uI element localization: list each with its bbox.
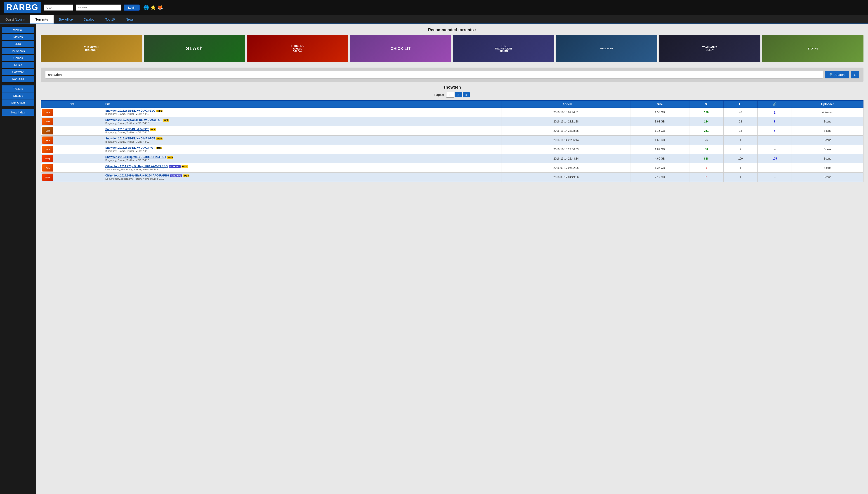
star-icon: ⭐ [150, 5, 156, 10]
table-row: 720p Citizenfour.2014.720p.BluRay.H264.A… [41, 164, 864, 173]
imdb-badge: IMDb [150, 128, 156, 131]
cat-cell: 1080p [41, 154, 104, 164]
cat-icon: 720p [42, 164, 53, 172]
file-cell: Snowden.2016.WEB-DL.XviD.MP3-FGTIMDbBiog… [104, 136, 502, 145]
torrent-link[interactable]: Citizenfour.2014.1080p.BluRay.H264.AAC-R… [105, 174, 169, 177]
main-layout: View all Movies XXX TV Shows Games Music… [0, 24, 868, 494]
sidebar-item-tv-shows[interactable]: TV Shows [2, 48, 34, 54]
recommended-title: Recommended torrents : [41, 27, 864, 32]
leeches-cell: 1 [723, 136, 757, 145]
rating-value[interactable]: 8 [774, 120, 776, 123]
sidebar-item-trailers[interactable]: Trailers [2, 86, 34, 92]
seeds-cell: 26 [689, 136, 723, 145]
login-button[interactable]: Login [124, 4, 140, 11]
search-area: 🔍 Search » [36, 64, 868, 85]
movie-placeholder-sully: TOM HANKSSULLY [659, 35, 760, 62]
firefox-icon: 🦊 [157, 5, 163, 10]
cat-icon: 1080p [42, 155, 53, 162]
search-advanced-button[interactable]: » [851, 71, 859, 78]
seeds-value: 48 [705, 148, 708, 151]
leeches-cell: 1 [723, 164, 757, 173]
torrent-link[interactable]: Snowden.2016.WEB-DL.x264-FGT [105, 128, 149, 131]
content: Recommended torrents : THE MATCHBREAKER … [36, 24, 868, 494]
page-btn-next[interactable]: » [463, 92, 470, 97]
col-added: ↓ Added [502, 100, 630, 108]
torrent-sub: Biography, Drama, Thriller IMDB: 7.4/10 [105, 150, 149, 152]
search-box: 🔍 Search » [41, 68, 864, 82]
torrent-link[interactable]: Snowden.2016.WEB-DL.XviD.MP3-FGT [105, 137, 155, 140]
tab-catalog[interactable]: Catalog [78, 15, 100, 23]
size-cell: 2.17 GB [630, 173, 690, 182]
file-cell: Citizenfour.2014.1080p.BluRay.H264.AAC-R… [104, 173, 502, 182]
size-cell: 1.69 GB [630, 136, 690, 145]
header-icons: 🌐 ⭐ 🦊 [143, 5, 163, 10]
col-file-link[interactable]: File [105, 102, 110, 106]
recommended-section: Recommended torrents : THE MATCHBREAKER … [36, 24, 868, 64]
table-row: 1080p Snowden.2016.1080p.WEB-DL.DD5.1.H2… [41, 154, 864, 164]
file-cell: Snowden.2016.720p.WEB-DL.XviD.AC3-FGTIMD… [104, 117, 502, 126]
movie-placeholder-hell: IF THERE'SA HELLBELOW [247, 35, 348, 62]
tab-news[interactable]: News [120, 15, 139, 23]
imdb-badge: IMDb [163, 119, 169, 121]
seeds-value: 120 [704, 111, 709, 114]
sidebar-item-movies[interactable]: Movies [2, 34, 34, 40]
movie-thumb-sully[interactable]: TOM HANKSSULLY [659, 35, 760, 62]
added-cell: 2016-09-17 06:32:06 [502, 164, 630, 173]
torrent-sub: Documentary, Biography, History, News IM… [105, 177, 164, 180]
movie-thumb-hell[interactable]: IF THERE'SA HELLBELOW [247, 35, 348, 62]
rating-value[interactable]: 1 [774, 111, 776, 114]
movie-placeholder-magnificent: THEMAGNIFICENTSEVEN [453, 35, 554, 62]
cat-cell: XVID [41, 145, 104, 154]
sidebar-item-games[interactable]: Games [2, 55, 34, 61]
sidebar-item-non-xxx[interactable]: Non XXX [2, 76, 34, 82]
sidebar-item-view-all[interactable]: View all [2, 27, 34, 33]
col-cat: Cat. [41, 100, 104, 108]
size-cell: 1.37 GB [630, 164, 690, 173]
seeds-value: 26 [705, 138, 708, 142]
internal-badge: INTERNAL [170, 174, 182, 177]
seeds-cell: 2 [689, 164, 723, 173]
movie-thumb-storks[interactable]: STORKS [762, 35, 864, 62]
torrent-link[interactable]: Snowden.2016.WEB-DL.XviD.AC3-EVO [105, 109, 155, 112]
tab-boxoffice[interactable]: Box office [54, 15, 78, 23]
col-uploader: Uploader [792, 100, 863, 108]
movie-thumb-matchbreaker[interactable]: THE MATCHBREAKER [41, 35, 142, 62]
rating-value[interactable]: 6 [774, 129, 776, 132]
sidebar-item-software[interactable]: Software [2, 69, 34, 75]
navbar: Guest (Login) Torrents Box office Catalo… [0, 15, 868, 24]
page-btn-2[interactable]: 2 [455, 92, 462, 97]
sidebar-item-music[interactable]: Music [2, 62, 34, 68]
size-cell: 3.93 GB [630, 117, 690, 126]
movie-thumb-chicklit[interactable]: CHICK LIT [350, 35, 451, 62]
added-cell: 2016-11-14 22:48:34 [502, 154, 630, 164]
torrent-link[interactable]: Snowden.2016.WEB-DL.XviD.AC3-FGT [105, 146, 155, 149]
cat-cell: XVID [41, 108, 104, 117]
added-cell: 2016-11-14 23:08:35 [502, 126, 630, 136]
username-input[interactable] [44, 4, 73, 11]
tab-guest[interactable]: Guest (Login) [0, 15, 30, 23]
tab-torrents[interactable]: Torrents [30, 15, 54, 23]
movie-thumb-magnificent[interactable]: THEMAGNIFICENTSEVEN [453, 35, 554, 62]
torrent-link[interactable]: Citizenfour.2014.720p.BluRay.H264.AAC-RA… [105, 165, 168, 168]
seeds-cell: 828 [689, 154, 723, 164]
tab-top10[interactable]: Top 10 [100, 15, 120, 23]
movie-thumb-slash[interactable]: SLAsh [144, 35, 245, 62]
movie-thumb-unknown[interactable]: DRAMA FILM [556, 35, 657, 62]
search-input[interactable] [45, 71, 823, 79]
sidebar-item-catalog[interactable]: Catalog [2, 92, 34, 99]
torrent-link[interactable]: Snowden.2016.1080p.WEB-DL.DD5.1.H264-FGT [105, 155, 166, 159]
seeds-cell: 8 [689, 173, 723, 182]
size-cell: 1.15 GB [630, 126, 690, 136]
rating-value[interactable]: 195 [772, 157, 777, 160]
uploader-cell: Scene [792, 154, 863, 164]
page-btn-1[interactable]: 1 [446, 92, 454, 98]
torrent-link[interactable]: Snowden.2016.720p.WEB-DL.XviD.AC3-FGT [105, 118, 162, 121]
sidebar-item-xxx[interactable]: XXX [2, 41, 34, 47]
added-cell: 2016-09-17 04:49:06 [502, 173, 630, 182]
search-button[interactable]: 🔍 Search [825, 71, 849, 78]
password-input[interactable] [76, 4, 121, 11]
sidebar-item-new-index[interactable]: New index [2, 109, 34, 116]
sidebar-item-box-office[interactable]: Box Office [2, 99, 34, 106]
imdb-badge: IMDb [156, 147, 162, 149]
search-icon: 🔍 [829, 73, 833, 77]
